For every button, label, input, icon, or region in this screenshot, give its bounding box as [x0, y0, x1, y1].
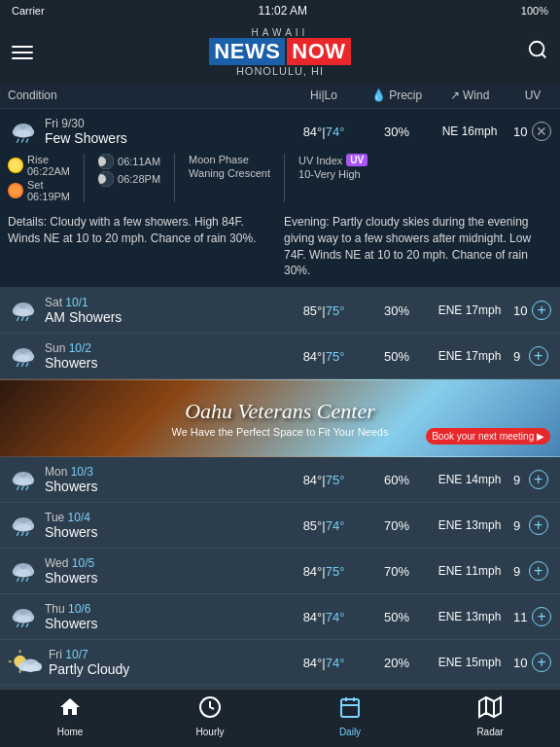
- carrier-signal: Carrier: [12, 5, 45, 17]
- set-label: Set: [27, 179, 70, 191]
- forecast-row-0[interactable]: Sat 10/1 AM Showers 85°|75° 30% ENE 17mp…: [0, 288, 560, 334]
- forecast-row-5[interactable]: Thu 10/6 Showers 84°|74° 50% ENE 13mph 1…: [0, 594, 560, 640]
- clock-icon: [198, 695, 222, 725]
- nav-label-radar: Radar: [476, 727, 503, 737]
- condition-cell-0: Sat 10/1 AM Showers: [8, 296, 280, 325]
- moon-rise-time: 06:11AM: [118, 156, 160, 167]
- partly-cloudy-icon-6: [8, 648, 43, 677]
- forecast-row-4[interactable]: Wed 10/5 Showers 84°|75° 70% ENE 11mph 9…: [0, 549, 560, 594]
- city-label: HONOLULU, HI: [236, 65, 324, 77]
- day-label-6: Fri 10/7: [49, 648, 129, 661]
- cloud-icon-0: [8, 297, 39, 324]
- uv-4: 9: [513, 564, 520, 579]
- expand-button-0[interactable]: +: [532, 301, 551, 320]
- expanded-precip: 30%: [368, 124, 426, 139]
- expand-button-4[interactable]: +: [529, 561, 548, 581]
- day-label-5: Thu 10/6: [45, 602, 97, 616]
- col-wind: ↗ Wind: [426, 89, 513, 102]
- condition-6: Partly Cloudy: [49, 661, 129, 677]
- collapse-button[interactable]: ✕: [532, 122, 551, 141]
- content-scroll: Condition Hi|Lo 💧 Precip ↗ Wind UV: [0, 83, 560, 747]
- evening-details: Evening: Partly cloudy skies during the …: [284, 214, 552, 279]
- uv-2: 9: [513, 473, 520, 487]
- precip-5: 50%: [368, 610, 426, 624]
- expanded-uv: 10: [513, 124, 527, 139]
- expand-button-6[interactable]: +: [532, 653, 551, 672]
- condition-cell-6: Fri 10/7 Partly Cloudy: [8, 648, 280, 677]
- ad-content: Oahu Veterans Center We Have the Perfect…: [172, 399, 389, 438]
- search-button[interactable]: [513, 39, 548, 65]
- expand-button-1[interactable]: +: [529, 346, 548, 366]
- wind-5: ENE 13mph: [426, 610, 513, 623]
- svg-line-15: [26, 317, 28, 320]
- expanded-wind: NE 16mph: [426, 124, 513, 138]
- nav-item-radar[interactable]: Radar: [461, 695, 519, 737]
- nav-item-hourly[interactable]: Hourly: [181, 695, 239, 737]
- expand-button-5[interactable]: +: [532, 607, 551, 626]
- condition-3: Showers: [45, 524, 97, 540]
- wind-icon: ↗: [450, 89, 460, 102]
- svg-line-49: [21, 623, 23, 626]
- hilo-0: 85°|75°: [280, 303, 368, 318]
- status-bar: Carrier 11:02 AM 100%: [0, 0, 560, 21]
- nav-item-daily[interactable]: Daily: [321, 695, 379, 737]
- ad-banner[interactable]: Oahu Veterans Center We Have the Perfect…: [0, 379, 560, 457]
- hilo-2: 84°|75°: [280, 473, 368, 487]
- expanded-forecast-row: Fri 9/30 Few Showers 84°|74° 30% NE 16mp…: [0, 109, 560, 288]
- forecast-row-1[interactable]: Sun 10/2 Showers 84°|75° 50% ENE 17mph 9…: [0, 334, 560, 379]
- svg-line-21: [21, 363, 23, 366]
- hilo-1: 84°|75°: [280, 349, 368, 364]
- precip-4: 70%: [368, 564, 426, 579]
- svg-rect-68: [341, 699, 359, 717]
- nav-label-home: Home: [57, 727, 84, 737]
- time-display: 11:02 AM: [258, 4, 307, 18]
- forecast-row-2[interactable]: Mon 10/3 Showers 84°|75° 60% ENE 14mph 9…: [0, 457, 560, 503]
- moon-phase-block: Moon Phase Waning Crescent: [189, 154, 270, 202]
- uv-0: 10: [513, 303, 527, 318]
- ad-cta-button[interactable]: Book your next meeting ▶: [426, 428, 550, 445]
- svg-line-41: [18, 578, 19, 581]
- svg-line-48: [18, 623, 19, 626]
- expand-button-3[interactable]: +: [529, 516, 548, 535]
- ad-subtitle: We Have the Perfect Space to Fit Your Ne…: [172, 426, 389, 438]
- precip-0: 30%: [368, 303, 426, 318]
- divider-1: [84, 154, 85, 202]
- hilo-3: 85°|74°: [280, 518, 368, 533]
- col-uv: UV: [513, 89, 552, 102]
- forecast-row-3[interactable]: Tue 10/4 Showers 85°|74° 70% ENE 13mph 9…: [0, 503, 560, 549]
- cloud-icon-4: [8, 557, 39, 585]
- condition-cell-5: Thu 10/6 Showers: [8, 602, 280, 631]
- svg-marker-72: [479, 697, 501, 717]
- svg-point-0: [530, 42, 544, 56]
- svg-line-22: [26, 363, 28, 366]
- day-label-2: Mon 10/3: [45, 465, 97, 479]
- svg-point-19: [16, 355, 31, 363]
- hilo-5: 84°|74°: [280, 610, 368, 624]
- hamburger-line-3: [12, 57, 33, 59]
- battery-indicator: 100%: [521, 5, 548, 17]
- precip-3: 70%: [368, 518, 426, 533]
- expanded-condition-label: Few Showers: [45, 130, 127, 146]
- cloud-icon-5: [8, 603, 39, 630]
- expand-button-2[interactable]: +: [529, 470, 548, 489]
- svg-line-36: [26, 532, 28, 535]
- svg-line-27: [18, 486, 19, 489]
- day-label-0: Sat 10/1: [45, 296, 122, 309]
- menu-button[interactable]: [12, 46, 47, 59]
- condition-cell-3: Tue 10/4 Showers: [8, 511, 280, 540]
- brand-hawaii: HAWAII: [252, 27, 309, 38]
- svg-line-8: [26, 139, 28, 142]
- nav-item-home[interactable]: Home: [41, 695, 99, 737]
- set-time: 06:19PM: [27, 191, 70, 202]
- logo-row: NEWS NOW: [209, 38, 350, 65]
- uv-index-label: UV Index: [298, 155, 342, 166]
- svg-point-59: [22, 665, 38, 672]
- uv-3: 9: [513, 518, 520, 533]
- nav-label-hourly: Hourly: [196, 727, 225, 737]
- svg-point-47: [16, 616, 31, 623]
- logo-now: NOW: [287, 38, 350, 65]
- wind-2: ENE 14mph: [426, 473, 513, 486]
- home-icon: [58, 695, 82, 725]
- wind-4: ENE 11mph: [426, 564, 513, 578]
- forecast-row-6[interactable]: Fri 10/7 Partly Cloudy 84°|74° 20% ENE 1…: [0, 640, 560, 686]
